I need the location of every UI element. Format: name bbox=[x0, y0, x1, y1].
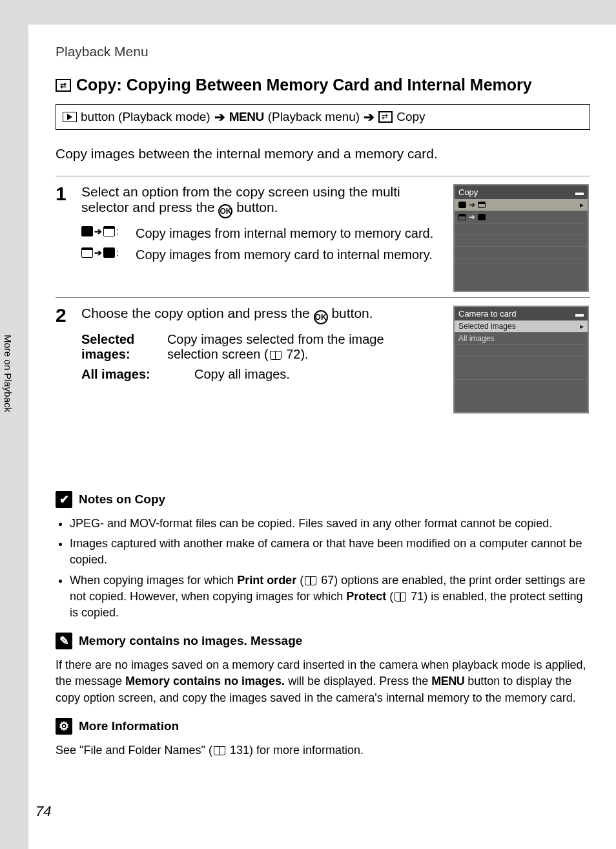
heading-text: Memory contains no images. Message bbox=[79, 634, 302, 648]
page-content: Playback Menu ⇄ Copy: Copying Between Me… bbox=[28, 25, 616, 849]
chevron-right-icon: ▸ bbox=[580, 322, 584, 331]
battery-icon: ▬ bbox=[575, 309, 584, 319]
memory-message-para: If there are no images saved on a memory… bbox=[56, 657, 590, 706]
page-number: 74 bbox=[36, 803, 51, 820]
notes-list: JPEG- and MOV-format files can be copied… bbox=[70, 516, 590, 621]
option-internal-to-card: ➔: Copy images from internal memory to m… bbox=[81, 226, 436, 241]
p2bold: Memory contains no images. bbox=[125, 675, 285, 687]
def1-b: 72). bbox=[283, 347, 309, 361]
lcd-row-empty bbox=[455, 345, 588, 357]
step1-screenshot: Copy ▬ ➔ ▸ ➔ bbox=[448, 184, 590, 292]
more-info-para: See "File and Folder Names" ( 131) for m… bbox=[56, 742, 590, 759]
p3a: See "File and Folder Names" ( bbox=[56, 744, 212, 757]
step1-text-b: button. bbox=[232, 200, 278, 215]
def-term: All images: bbox=[81, 367, 188, 382]
option-card-to-internal: ➔: Copy images from memory card to inter… bbox=[81, 247, 436, 262]
breadcrumb-part2: (Playback menu) bbox=[268, 110, 360, 124]
chevron-right-icon: ▸ bbox=[580, 200, 584, 209]
lcd-row-2: ➔ bbox=[455, 211, 588, 224]
def-all: All images: Copy all images. bbox=[81, 367, 436, 382]
step2-text-b: button. bbox=[328, 306, 373, 320]
lcd-row-selected-images: Selected images ▸ bbox=[455, 320, 588, 333]
lcd-title: Copy ▬ bbox=[455, 185, 588, 199]
lcd-row-empty bbox=[455, 368, 588, 380]
step-number: 2 bbox=[56, 306, 70, 414]
p2b: will be displayed. Press the bbox=[285, 675, 431, 687]
arrow-icon: ➔ bbox=[364, 109, 375, 125]
lcd-row2-icons: ➔ bbox=[458, 213, 486, 222]
note-bullet-3: When copying images for which Print orde… bbox=[70, 572, 590, 622]
ok-icon: OK bbox=[314, 310, 328, 324]
memory-message-heading: ✎ Memory contains no images. Message bbox=[56, 633, 590, 649]
heading-text: Notes on Copy bbox=[79, 492, 165, 507]
icon-card-to-in: ➔: bbox=[81, 247, 127, 262]
opt1-text: Copy images from internal memory to memo… bbox=[136, 226, 433, 241]
book-icon bbox=[395, 592, 406, 602]
note-bullet-2: Images captured with another make of cam… bbox=[70, 536, 590, 568]
notes-area: ✔ Notes on Copy JPEG- and MOV-format fil… bbox=[56, 491, 590, 759]
step2-text-a: Choose the copy option and press the bbox=[81, 306, 314, 320]
lcd-camera-to-card: Camera to card ▬ Selected images ▸ All i… bbox=[453, 306, 589, 414]
magnifier-icon: ⚙ bbox=[56, 718, 72, 735]
lcd-row-empty bbox=[455, 357, 588, 368]
step2-definitions: Selected images: Copy images selected fr… bbox=[81, 332, 436, 382]
copy-icon: ⇄ bbox=[56, 79, 71, 92]
book-icon bbox=[305, 576, 316, 585]
intro-text: Copy images between the internal memory … bbox=[56, 146, 590, 162]
def-selected: Selected images: Copy images selected fr… bbox=[81, 332, 436, 362]
step-1: 1 Select an option from the copy screen … bbox=[56, 184, 590, 292]
b3-bold1: Print order bbox=[237, 574, 296, 587]
divider bbox=[56, 297, 590, 298]
lcd-row-all-images: All images bbox=[455, 333, 588, 345]
copy-small-icon bbox=[378, 111, 393, 123]
more-info-heading: ⚙ More Information bbox=[56, 718, 590, 735]
page-title: ⇄ Copy: Copying Between Memory Card and … bbox=[56, 76, 590, 94]
arrow-icon: ➔ bbox=[214, 109, 225, 125]
title-text: Copy: Copying Between Memory Card and In… bbox=[76, 76, 532, 94]
step-2: 2 Choose the copy option and press the O… bbox=[56, 306, 590, 414]
heading-text: More Information bbox=[79, 719, 179, 733]
step-body: Choose the copy option and press the OK … bbox=[81, 306, 436, 414]
lcd-row1-icons: ➔ bbox=[458, 200, 486, 209]
book-icon bbox=[270, 351, 282, 360]
p3b: 131) for more information. bbox=[227, 744, 364, 757]
lcd-title-text: Copy bbox=[458, 187, 478, 197]
lcd-title: Camera to card ▬ bbox=[455, 307, 588, 320]
lcd-row-label: All images bbox=[458, 334, 494, 343]
def-val: Copy images selected from the image sele… bbox=[167, 332, 436, 362]
check-icon: ✔ bbox=[56, 491, 72, 508]
steps-container: 1 Select an option from the copy screen … bbox=[56, 176, 590, 414]
opt2-text: Copy images from memory card to internal… bbox=[136, 247, 433, 262]
ok-icon: OK bbox=[218, 204, 232, 218]
menu-label: MENU bbox=[229, 110, 264, 124]
side-tab: More on Playback bbox=[0, 328, 16, 419]
b3a: When copying images for which bbox=[70, 574, 237, 587]
b3b: ( bbox=[296, 574, 303, 587]
breadcrumb: button (Playback mode) ➔ MENU (Playback … bbox=[56, 104, 590, 130]
divider bbox=[56, 176, 590, 176]
step1-options: ➔: Copy images from internal memory to m… bbox=[81, 226, 436, 262]
lcd-row-1: ➔ ▸ bbox=[455, 199, 588, 211]
breadcrumb-part1: button (Playback mode) bbox=[81, 110, 210, 124]
header-section: Playback Menu bbox=[56, 44, 590, 59]
book-icon bbox=[214, 746, 225, 755]
pencil-icon: ✎ bbox=[56, 633, 72, 649]
lcd-row-label: Selected images bbox=[458, 322, 516, 331]
lcd-row-empty bbox=[455, 235, 588, 247]
battery-icon: ▬ bbox=[575, 187, 584, 197]
def-val: Copy all images. bbox=[194, 367, 290, 382]
note-bullet-1: JPEG- and MOV-format files can be copied… bbox=[70, 516, 590, 532]
lcd-row-empty bbox=[455, 224, 588, 235]
b3d: ( bbox=[386, 590, 393, 603]
b3-bold2: Protect bbox=[346, 590, 386, 603]
step-body: Select an option from the copy screen us… bbox=[81, 184, 436, 292]
def-term: Selected images: bbox=[81, 332, 161, 362]
step-number: 1 bbox=[56, 184, 70, 292]
lcd-copy-screen: Copy ▬ ➔ ▸ ➔ bbox=[453, 184, 589, 292]
notes-on-copy-heading: ✔ Notes on Copy bbox=[56, 491, 590, 508]
icon-in-to-card: ➔: bbox=[81, 226, 127, 241]
menu-label: MENU bbox=[431, 675, 464, 687]
playback-icon bbox=[63, 112, 77, 122]
lcd-title-text: Camera to card bbox=[458, 309, 517, 319]
step2-screenshot: Camera to card ▬ Selected images ▸ All i… bbox=[448, 306, 590, 414]
